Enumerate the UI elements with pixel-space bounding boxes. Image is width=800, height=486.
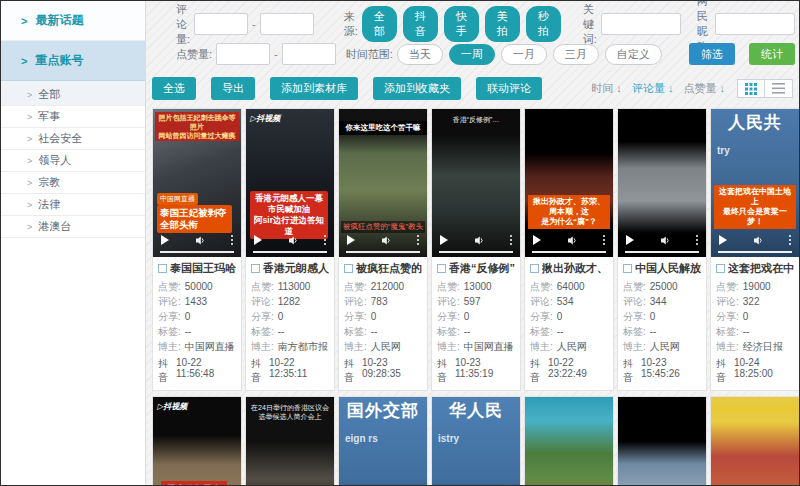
video-thumbnail[interactable]: istry华人民 xyxy=(432,397,520,485)
sidebar-item-1[interactable]: >军事 xyxy=(1,106,145,128)
video-progress-bar[interactable] xyxy=(346,251,420,253)
video-thumbnail[interactable]: 日本德仁天皇 即位大典▷抖视频 xyxy=(153,397,241,485)
video-progress-bar[interactable] xyxy=(532,251,606,253)
card-checkbox[interactable] xyxy=(158,264,167,273)
toolbar-button-1[interactable]: 导出 xyxy=(211,77,255,100)
toolbar-button-0[interactable]: 全选 xyxy=(152,77,196,100)
time-pill-4[interactable]: 自定义 xyxy=(605,44,662,65)
play-icon[interactable] xyxy=(254,235,262,245)
card-checkbox[interactable] xyxy=(437,264,446,273)
comment-max-input[interactable] xyxy=(260,13,314,35)
video-progress-bar[interactable] xyxy=(439,251,513,253)
card-title[interactable]: 揪出孙政才、苏荣... xyxy=(542,261,608,276)
card-title[interactable]: 泰国国王玛哈·哇集... xyxy=(170,261,236,276)
sort-0[interactable]: 时间 ↓ xyxy=(591,81,622,96)
volume-icon[interactable] xyxy=(288,235,299,246)
sidebar-item-2[interactable]: >社会安全 xyxy=(1,128,145,150)
source-pill-1[interactable]: 抖音 xyxy=(403,6,438,42)
time-pill-0[interactable]: 当天 xyxy=(397,44,443,65)
stats-button[interactable]: 统计 xyxy=(749,43,795,65)
more-icon[interactable] xyxy=(231,235,233,245)
list-view-icon[interactable] xyxy=(765,79,793,98)
comments-label: 评论: xyxy=(344,294,367,309)
card-title[interactable]: 中国人民解放军，... xyxy=(635,261,701,276)
toolbar-button-4[interactable]: 联动评论 xyxy=(476,77,542,100)
volume-icon[interactable] xyxy=(567,235,578,246)
video-thumbnail[interactable]: 被疯狂点赞的“魔鬼”教头你来这里吃这个苦干嘛 xyxy=(339,109,427,257)
like-min-input[interactable] xyxy=(216,43,270,65)
sidebar-section-key-accounts[interactable]: > 重点账号 xyxy=(1,41,145,81)
more-icon[interactable] xyxy=(789,235,791,245)
sidebar-item-5[interactable]: >法律 xyxy=(1,194,145,216)
video-thumbnail[interactable]: 这套把戏在中国土地上 最终只会是黄粱一梦！try人民共 xyxy=(711,109,799,257)
source-pill-3[interactable]: 美拍 xyxy=(485,6,520,42)
comment-min-input[interactable] xyxy=(194,13,248,35)
source-pill-2[interactable]: 快手 xyxy=(444,6,479,42)
video-thumbnail[interactable]: 香港“反修例”… xyxy=(432,109,520,257)
play-icon[interactable] xyxy=(440,235,448,245)
video-thumbnail[interactable]: 揪出孙政才、苏荣、周本顺，这 是为什么“腐”？ xyxy=(525,109,613,257)
toolbar-button-2[interactable]: 添加到素材库 xyxy=(270,77,358,100)
video-progress-bar[interactable] xyxy=(160,251,234,253)
more-icon[interactable] xyxy=(603,235,605,245)
more-icon[interactable] xyxy=(324,235,326,245)
card-checkbox[interactable] xyxy=(716,264,725,273)
volume-icon[interactable] xyxy=(660,235,671,246)
sidebar-item-3[interactable]: >领导人 xyxy=(1,150,145,172)
card-title[interactable]: 香港“反修例”导... xyxy=(449,261,515,276)
video-thumbnail[interactable]: 香港元朗感人一幕 市民喊加油 阿sir边行进边答知道▷抖视频 xyxy=(246,109,334,257)
card-checkbox[interactable] xyxy=(251,264,260,273)
sort-1[interactable]: 评论量 ↓ xyxy=(632,81,674,96)
sidebar-item-6[interactable]: >港澳台 xyxy=(1,216,145,238)
video-progress-bar[interactable] xyxy=(718,251,792,253)
video-thumbnail[interactable]: 在24日举行的香港区议会 选举候选人简介会上 xyxy=(246,397,334,485)
blogger-value: 中国网直播 xyxy=(464,339,514,354)
more-icon[interactable] xyxy=(417,235,419,245)
video-progress-bar[interactable] xyxy=(625,251,699,253)
keyword-input[interactable] xyxy=(601,13,681,35)
play-icon[interactable] xyxy=(533,235,541,245)
sidebar-section-latest-topics[interactable]: > 最新话题 xyxy=(1,1,145,41)
video-thumbnail[interactable]: 泰国王妃被剥夺 全部头衔中国网直播照片包括王妃刺去跳伞等照片 网站曾因访问量过大… xyxy=(153,109,241,257)
likes-label: 点赞: xyxy=(437,279,460,294)
card-title[interactable]: 被疯狂点赞的“魔... xyxy=(356,261,422,276)
video-progress-bar[interactable] xyxy=(253,251,327,253)
sidebar-item-label: 军事 xyxy=(38,109,60,124)
comments-label: 评论: xyxy=(716,294,739,309)
more-icon[interactable] xyxy=(696,235,698,245)
video-thumbnail[interactable] xyxy=(618,397,706,485)
card-title[interactable]: 香港元朗感人一幕... xyxy=(263,261,329,276)
source-pill-0[interactable]: 全部 xyxy=(362,6,397,42)
like-max-input[interactable] xyxy=(282,43,336,65)
card-checkbox[interactable] xyxy=(623,264,632,273)
source-pill-4[interactable]: 秒拍 xyxy=(526,6,561,42)
time-pill-2[interactable]: 一月 xyxy=(501,44,547,65)
nickname-input[interactable] xyxy=(715,13,795,35)
play-icon[interactable] xyxy=(161,235,169,245)
volume-icon[interactable] xyxy=(753,235,764,246)
volume-icon[interactable] xyxy=(474,235,485,246)
sort-2[interactable]: 点赞量 ↓ xyxy=(683,81,725,96)
comments-label: 评论: xyxy=(530,294,553,309)
volume-icon[interactable] xyxy=(381,235,392,246)
card-checkbox[interactable] xyxy=(344,264,353,273)
card-title[interactable]: 这套把戏在中国土... xyxy=(728,261,794,276)
card-checkbox[interactable] xyxy=(530,264,539,273)
video-thumbnail[interactable] xyxy=(618,109,706,257)
more-icon[interactable] xyxy=(510,235,512,245)
play-icon[interactable] xyxy=(347,235,355,245)
filter-button[interactable]: 筛选 xyxy=(689,43,735,65)
volume-icon[interactable] xyxy=(195,235,206,246)
sidebar-item-4[interactable]: >宗教 xyxy=(1,172,145,194)
video-thumbnail[interactable]: eign rs国外交部 xyxy=(339,397,427,485)
play-icon[interactable] xyxy=(626,235,634,245)
sidebar-item-0[interactable]: >全部 xyxy=(1,84,145,106)
video-thumbnail[interactable] xyxy=(711,397,799,485)
video-thumbnail[interactable] xyxy=(525,397,613,485)
time-pill-1[interactable]: 一周 xyxy=(449,44,495,65)
time-pill-3[interactable]: 三月 xyxy=(553,44,599,65)
play-icon[interactable] xyxy=(719,235,727,245)
grid-view-icon[interactable] xyxy=(737,79,765,98)
card-info: 泰国国王玛哈·哇集... 点赞:50000 评论:1433 分享:0 标签:--… xyxy=(153,257,241,390)
toolbar-button-3[interactable]: 添加到收藏夹 xyxy=(373,77,461,100)
